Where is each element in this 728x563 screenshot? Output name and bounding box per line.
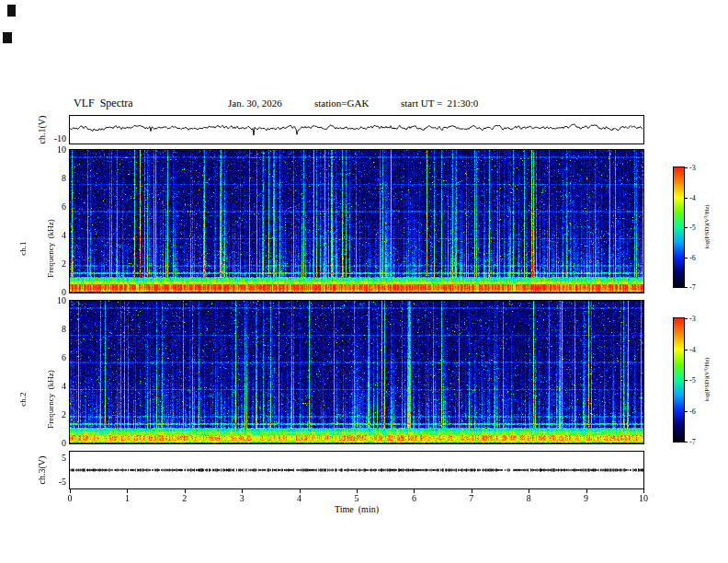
ch1-spec-ylabel-frequency: Frequency (kHz) <box>46 198 55 299</box>
ch2-spectrogram-panel <box>69 300 644 444</box>
cb1-tickmark--6 <box>684 258 688 259</box>
ch2_spec-ytick-8: 8 <box>40 324 66 334</box>
plot-start-ut: start UT = 21:30:0 <box>401 98 478 109</box>
ch3-ytick-5: 5 <box>40 453 66 463</box>
xtick-label-10: 10 <box>634 493 653 503</box>
ch1-spec-ylabel: ch.1 Frequency (kHz) <box>0 198 74 299</box>
ch1-wave-ytick: -10 <box>40 133 66 144</box>
ch3-waveform-panel <box>69 451 644 489</box>
xtick-label-6: 6 <box>404 493 423 503</box>
screen-artifact-2 <box>3 32 12 43</box>
ch1_spec-ytick-10: 10 <box>40 144 66 155</box>
plot-title: VLF Spectra <box>74 97 133 110</box>
ch1-waveform-panel <box>69 115 644 144</box>
colorbar-2-canvas <box>674 318 684 442</box>
ch2_spec-ytick-2: 2 <box>40 409 66 419</box>
cb1-ticklabel--7: -7 <box>689 283 704 292</box>
xtick-label-0: 0 <box>61 493 79 503</box>
cb2-ticklabel--5: -5 <box>689 376 704 385</box>
vlf-spectra-screen: VLF Spectra Jan. 30, 2026 station=GAK st… <box>0 0 728 563</box>
ch2-spec-ylabel-frequency: Frequency (kHz) <box>46 349 55 450</box>
xtick-label-7: 7 <box>462 493 481 503</box>
ch1-spec-ylabel-channel: ch.1 <box>18 198 28 299</box>
ch2_spec-ytick-10: 10 <box>40 295 66 305</box>
plot-station: station=GAK <box>314 98 369 109</box>
cb1-tickmark--7 <box>684 287 688 288</box>
ch2_spec-ytick-4: 4 <box>40 381 66 391</box>
ch2-spec-ylabel: ch.2 Frequency (kHz) <box>0 349 74 450</box>
cb2-tickmark--5 <box>684 380 688 381</box>
ch3-wave-ylabel: ch.3(V) <box>37 442 48 498</box>
ch1-spectrogram-canvas <box>70 150 643 293</box>
ch1_spec-ytick-6: 6 <box>40 201 66 212</box>
screen-artifact-1 <box>7 5 16 17</box>
xtick-label-1: 1 <box>118 493 136 503</box>
ch1_spec-ytick-8: 8 <box>40 173 66 183</box>
cb2-ticklabel--4: -4 <box>689 346 704 354</box>
ch1_spec-ytick-4: 4 <box>40 230 66 240</box>
cb2-tickmark--7 <box>684 442 688 442</box>
cb2-tickmark--4 <box>684 350 688 350</box>
plot-date: Jan. 30, 2026 <box>228 98 282 109</box>
cb2-ticklabel--7: -7 <box>689 438 704 446</box>
cb2-tickmark--6 <box>684 411 688 412</box>
cb2-tickmark--3 <box>684 318 688 319</box>
xaxis-label: Time (min) <box>283 504 430 514</box>
xtick-label-4: 4 <box>290 493 309 503</box>
ch1-waveform-canvas <box>70 116 643 144</box>
cb1-ticklabel--3: -3 <box>689 164 704 172</box>
ch2_spec-ytick-6: 6 <box>40 352 66 362</box>
colorbar-1-canvas <box>674 167 684 287</box>
ch3-ytick--5: -5 <box>40 477 66 487</box>
ch1-spectrogram-panel <box>69 149 644 293</box>
cb1-tickmark--3 <box>684 167 688 168</box>
xtick-label-8: 8 <box>519 493 538 503</box>
xtick-label-5: 5 <box>347 493 366 503</box>
ch1_spec-ytick-2: 2 <box>40 259 66 269</box>
ch3-waveform-canvas <box>70 452 643 488</box>
ch2-spectrogram-canvas <box>70 301 643 443</box>
xtick-label-3: 3 <box>233 493 251 503</box>
ch2_spec-ytick-0: 0 <box>40 438 66 448</box>
cb1-ticklabel--4: -4 <box>689 194 704 202</box>
cb1-tickmark--4 <box>684 198 688 199</box>
xtick-label-2: 2 <box>176 493 194 503</box>
xtick-label-9: 9 <box>577 493 596 503</box>
cb1-ticklabel--6: -6 <box>689 254 704 262</box>
ch2-spec-ylabel-channel: ch.2 <box>18 349 28 450</box>
cb1-ticklabel--5: -5 <box>689 224 704 232</box>
cb2-ticklabel--3: -3 <box>689 315 704 323</box>
cb2-ticklabel--6: -6 <box>689 408 704 416</box>
cb1-tickmark--5 <box>684 227 688 228</box>
